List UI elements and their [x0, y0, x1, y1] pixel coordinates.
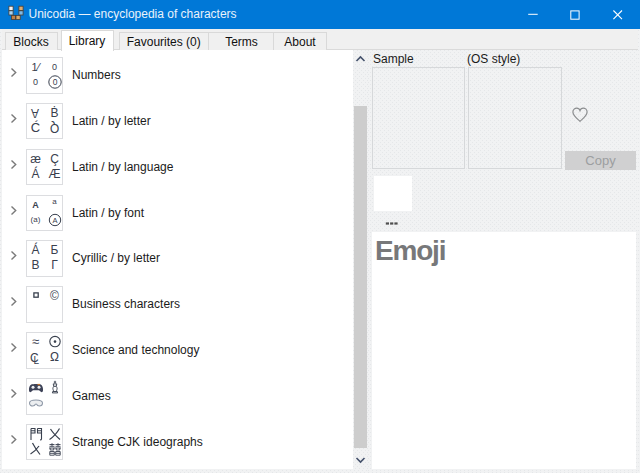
svg-text:L: L [33, 355, 39, 366]
svg-text:A: A [52, 215, 57, 224]
svg-text:0: 0 [52, 77, 57, 87]
